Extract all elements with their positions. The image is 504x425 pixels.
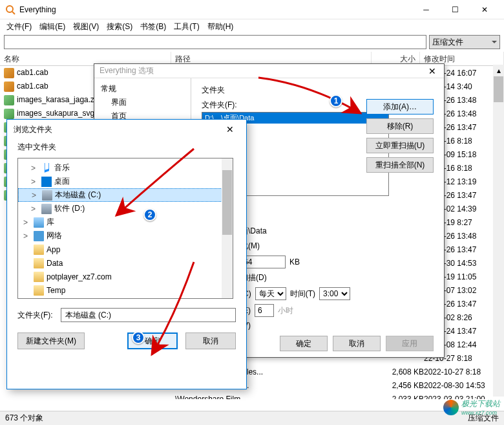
filter-value: 压缩文件	[432, 37, 463, 48]
menu-edit[interactable]: 编辑(E)	[36, 20, 69, 34]
e-unit: 小时	[278, 305, 293, 316]
browse-tree-scrollbar[interactable]	[222, 158, 233, 298]
file-size: 2,456 KB	[375, 381, 424, 390]
tree-item-label: Temp	[47, 286, 65, 295]
browse-close-button[interactable]: ✕	[220, 124, 240, 135]
browse-ok-button[interactable]: 确定	[127, 332, 178, 349]
watermark-url: www.xz7.com	[461, 409, 500, 416]
tree-item[interactable]: potplayer_xz7.com	[18, 270, 233, 283]
browse-field-label: 文件夹(F):	[17, 310, 53, 321]
file-name: images_sukapura_svg.	[17, 109, 96, 118]
folder-icon	[34, 245, 44, 255]
file-path: \Wondershare Film...	[175, 395, 375, 400]
cab-icon	[4, 68, 14, 78]
options-ok-button[interactable]: 确定	[280, 336, 328, 351]
browse-tree[interactable]: >音乐>桌面>本地磁盘 (C:)>软件 (D:)>库>网络AppDatapotp…	[17, 158, 233, 299]
status-count: 673 个对象	[5, 413, 43, 424]
scroll-up-icon[interactable]: ▴	[493, 65, 504, 76]
file-row[interactable]: \Wondershare Film...2,033 KB2023-03-03 2…	[0, 392, 504, 399]
size-input[interactable]	[240, 256, 286, 268]
tree-item[interactable]: >网络	[18, 229, 233, 243]
tree-item-label: 软件 (D:)	[54, 203, 85, 214]
browse-field-input[interactable]	[61, 308, 236, 322]
time-label: 时间(T)	[290, 289, 315, 300]
options-close-button[interactable]: ✕	[426, 66, 439, 76]
tree-item[interactable]: >音乐	[18, 161, 233, 175]
statusbar: 673 个对象 压缩文件	[0, 411, 504, 425]
scroll-thumb[interactable]	[494, 76, 503, 102]
main-titlebar: Everything ─ ☐ ✕	[0, 0, 504, 19]
tree-item-label: 库	[47, 217, 54, 228]
tree-item[interactable]: Data	[18, 256, 233, 270]
drive-icon	[42, 190, 52, 201]
zip-icon	[4, 95, 14, 105]
menu-search[interactable]: 搜索(S)	[103, 20, 136, 34]
filter-select[interactable]: 压缩文件	[429, 35, 500, 49]
rescan-all-button[interactable]: 重扫描全部(N)	[366, 157, 434, 173]
scrollbar-vertical[interactable]: ▴	[493, 65, 504, 397]
twisty-icon[interactable]: >	[31, 204, 39, 213]
file-size: 2,033 KB	[375, 395, 424, 400]
twisty-icon[interactable]: >	[23, 218, 31, 227]
options-title: Everything 选项	[100, 65, 426, 76]
file-size: 2,608 KB	[375, 367, 424, 376]
options-cancel-button[interactable]: 取消	[333, 336, 381, 351]
folder-icon	[34, 285, 44, 296]
menu-file[interactable]: 文件(F)	[3, 20, 36, 34]
close-button[interactable]: ✕	[470, 0, 499, 19]
desktop-icon	[41, 177, 52, 187]
tree-item[interactable]: >库	[18, 215, 233, 229]
options-apply-button[interactable]: 应用	[386, 336, 434, 351]
twisty-icon[interactable]: >	[32, 191, 39, 200]
chevron-down-icon	[492, 41, 497, 43]
music-icon	[41, 163, 52, 173]
net-icon	[34, 231, 44, 241]
tree-item[interactable]: >本地磁盘 (C:)	[18, 188, 233, 202]
tree-item[interactable]: >桌面	[18, 175, 233, 188]
tree-item-label: 桌面	[54, 176, 70, 187]
file-date: 2022-08-30 14:53	[424, 381, 500, 390]
search-input[interactable]	[4, 35, 426, 49]
folder-icon	[34, 272, 44, 282]
maximize-button[interactable]: ☐	[441, 0, 470, 19]
tree-item[interactable]: App	[18, 243, 233, 256]
tree-item[interactable]: >软件 (D:)	[18, 202, 233, 215]
browse-cancel-button[interactable]: 取消	[185, 332, 236, 349]
remove-button[interactable]: 移除(R)	[366, 118, 434, 134]
browse-label: 选中文件夹	[7, 139, 246, 158]
freq-select[interactable]: 每天	[255, 287, 286, 300]
menu-view[interactable]: 视图(V)	[69, 20, 103, 34]
watermark-logo-icon	[443, 400, 459, 415]
menubar: 文件(F) 编辑(E) 视图(V) 搜索(S) 书签(B) 工具(T) 帮助(H…	[0, 19, 504, 34]
file-name: images_karasa_jaga.zi	[17, 95, 96, 104]
menu-tools[interactable]: 工具(T)	[170, 20, 203, 34]
e-input[interactable]	[255, 304, 274, 317]
minimize-button[interactable]: ─	[412, 0, 441, 19]
svg-line-1	[12, 12, 15, 14]
twisty-icon[interactable]: >	[31, 164, 39, 173]
time-select[interactable]: 3:00	[319, 287, 350, 300]
svg-point-0	[6, 6, 13, 12]
browse-title: 浏览文件夹	[14, 124, 220, 135]
browse-dialog: 浏览文件夹 ✕ 选中文件夹 >音乐>桌面>本地磁盘 (C:)>软件 (D:)>库…	[6, 119, 247, 389]
tree-item-label: App	[47, 245, 60, 254]
lib-icon	[34, 217, 44, 228]
folder-icon	[34, 258, 44, 268]
tree-item-label: 网络	[47, 230, 62, 241]
tree-root[interactable]: 常规	[98, 82, 187, 96]
menu-bookmarks[interactable]: 书签(B)	[136, 20, 170, 34]
size-unit: KB	[289, 257, 300, 267]
tree-ui[interactable]: 界面	[98, 96, 187, 109]
twisty-icon[interactable]: >	[23, 232, 31, 241]
watermark: 极光下载站 www.xz7.com	[443, 398, 500, 416]
app-icon	[5, 5, 16, 15]
cab-icon	[4, 82, 14, 92]
tree-item[interactable]: Temp	[18, 283, 233, 297]
window-title: Everything	[19, 5, 412, 14]
twisty-icon[interactable]: >	[31, 177, 39, 186]
tree-item-label: 音乐	[54, 162, 70, 173]
add-button[interactable]: 添加(A)…	[366, 99, 434, 114]
rescan-now-button[interactable]: 立即重扫描(U)	[366, 138, 434, 153]
menu-help[interactable]: 帮助(H)	[204, 20, 238, 34]
new-folder-button[interactable]: 新建文件夹(M)	[17, 332, 85, 349]
